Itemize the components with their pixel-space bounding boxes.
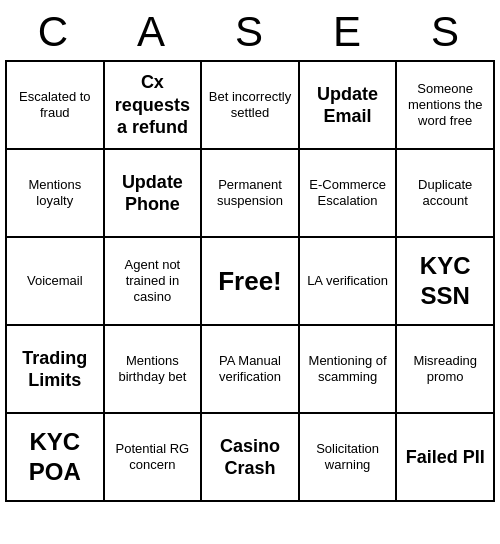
title-letter-c: C: [9, 8, 99, 56]
title-letter-a: A: [107, 8, 197, 56]
bingo-cell-1[interactable]: Cx requests a refund: [105, 62, 203, 150]
bingo-cell-11[interactable]: Agent not trained in casino: [105, 238, 203, 326]
bingo-cell-15[interactable]: Trading Limits: [7, 326, 105, 414]
bingo-cell-22[interactable]: Casino Crash: [202, 414, 300, 502]
bingo-cell-14[interactable]: KYC SSN: [397, 238, 495, 326]
bingo-grid: Escalated to fraudCx requests a refundBe…: [5, 60, 495, 502]
bingo-cell-12[interactable]: Free!: [202, 238, 300, 326]
bingo-cell-2[interactable]: Bet incorrectly settled: [202, 62, 300, 150]
bingo-cell-9[interactable]: Duplicate account: [397, 150, 495, 238]
title-letter-s: S: [205, 8, 295, 56]
bingo-cell-3[interactable]: Update Email: [300, 62, 398, 150]
bingo-cell-23[interactable]: Solicitation warning: [300, 414, 398, 502]
bingo-cell-18[interactable]: Mentioning of scamming: [300, 326, 398, 414]
bingo-cell-7[interactable]: Permanent suspension: [202, 150, 300, 238]
bingo-cell-5[interactable]: Mentions loyalty: [7, 150, 105, 238]
bingo-cell-21[interactable]: Potential RG concern: [105, 414, 203, 502]
bingo-cell-13[interactable]: LA verification: [300, 238, 398, 326]
bingo-cell-19[interactable]: Misreading promo: [397, 326, 495, 414]
bingo-cell-10[interactable]: Voicemail: [7, 238, 105, 326]
title-letter-e: E: [303, 8, 393, 56]
bingo-cell-6[interactable]: Update Phone: [105, 150, 203, 238]
bingo-cell-0[interactable]: Escalated to fraud: [7, 62, 105, 150]
bingo-card: C A S E S Escalated to fraudCx requests …: [5, 8, 495, 502]
bingo-cell-4[interactable]: Someone mentions the word free: [397, 62, 495, 150]
bingo-cell-8[interactable]: E-Commerce Escalation: [300, 150, 398, 238]
title-letter-s2: S: [401, 8, 491, 56]
bingo-cell-17[interactable]: PA Manual verification: [202, 326, 300, 414]
bingo-cell-24[interactable]: Failed PII: [397, 414, 495, 502]
bingo-title: C A S E S: [5, 8, 495, 56]
bingo-cell-16[interactable]: Mentions birthday bet: [105, 326, 203, 414]
bingo-cell-20[interactable]: KYC POA: [7, 414, 105, 502]
